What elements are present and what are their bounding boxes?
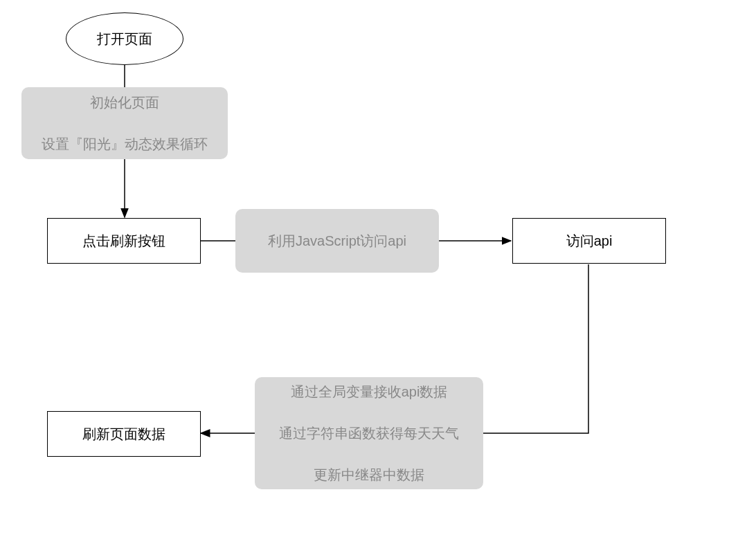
init-annotation: 初始化页面 设置『阳光』动态效果循环	[21, 87, 228, 159]
process-annotation: 通过全局变量接收api数据 通过字符串函数获得每天天气 更新中继器中数据	[255, 377, 483, 489]
use-js-annotation: 利用JavaScript访问api	[235, 209, 439, 273]
init-line1: 初始化页面	[42, 92, 208, 113]
start-node: 打开页面	[66, 12, 183, 65]
refresh-data-label: 刷新页面数据	[82, 424, 165, 444]
flowchart-canvas: 打开页面 初始化页面 设置『阳光』动态效果循环 点击刷新按钮 利用JavaScr…	[0, 0, 756, 555]
click-refresh-label: 点击刷新按钮	[82, 230, 165, 251]
click-refresh-node: 点击刷新按钮	[47, 218, 201, 264]
access-api-node: 访问api	[512, 218, 666, 264]
refresh-data-node: 刷新页面数据	[47, 411, 201, 457]
process-line3: 更新中继器中数据	[279, 464, 459, 485]
init-line2: 设置『阳光』动态效果循环	[42, 134, 208, 154]
use-js-label: 利用JavaScript访问api	[268, 230, 406, 251]
process-line2: 通过字符串函数获得每天天气	[279, 423, 459, 444]
access-api-label: 访问api	[566, 230, 613, 251]
start-label: 打开页面	[97, 28, 152, 49]
process-line1: 通过全局变量接收api数据	[279, 381, 459, 402]
